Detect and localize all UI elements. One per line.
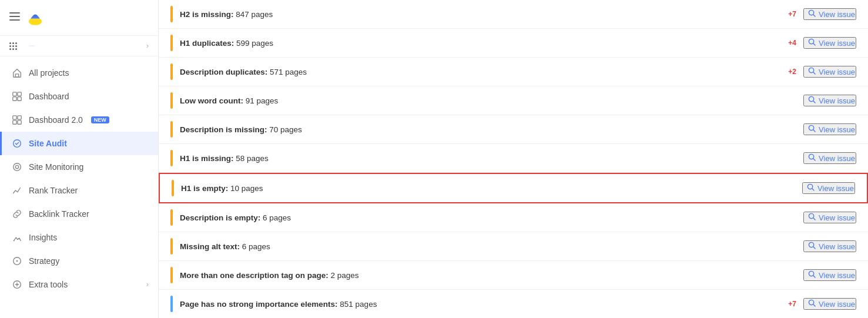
- view-issue-button[interactable]: View issue: [802, 182, 855, 194]
- issue-row: Missing alt text: 6 pages View issue: [159, 232, 868, 261]
- home-icon: [11, 67, 23, 79]
- view-issue-button[interactable]: View issue: [803, 212, 856, 223]
- svg-line-25: [813, 43, 815, 45]
- view-issue-button[interactable]: View issue: [803, 8, 856, 20]
- issue-text: Description duplicates: 571 pages: [180, 68, 772, 76]
- issue-text: Page has no strong importance elements: …: [180, 300, 772, 309]
- sidebar-item-insights[interactable]: Insights: [0, 226, 158, 249]
- sidebar-label-site-monitoring: Site Monitoring: [29, 162, 83, 172]
- new-badge: NEW: [91, 116, 109, 123]
- view-issue-button[interactable]: View issue: [803, 37, 856, 49]
- insights-icon: [11, 232, 23, 243]
- issue-row: More than one description tag on page: 2…: [159, 261, 868, 290]
- issue-text: More than one description tag on page: 2…: [180, 271, 772, 280]
- sidebar-nav: All projects Dashboard Dashboard 2.0 NEW…: [0, 56, 158, 301]
- search-mini-icon: [808, 125, 816, 134]
- issue-row: Description is missing: 70 pages View is…: [159, 115, 868, 144]
- issue-indicator: [170, 150, 173, 166]
- svg-point-15: [15, 165, 18, 168]
- svg-line-33: [813, 159, 815, 160]
- sidebar-label-dashboard: Dashboard: [29, 92, 69, 101]
- issue-text: Missing alt text: 6 pages: [180, 242, 772, 251]
- issue-indicator: [170, 92, 173, 109]
- issue-indicator: [170, 238, 173, 255]
- issue-text: Description is missing: 70 pages: [180, 125, 772, 134]
- issue-text: H1 is empty: 10 pages: [181, 184, 770, 193]
- issue-indicator: [170, 267, 173, 283]
- svg-rect-12: [18, 120, 21, 124]
- svg-line-31: [813, 130, 815, 132]
- view-issue-button[interactable]: View issue: [803, 123, 856, 135]
- project-badge: [29, 45, 35, 46]
- sidebar-item-rank-tracker[interactable]: Rank Tracker: [0, 179, 158, 202]
- sidebar-label-extra-tools: Extra tools: [29, 280, 68, 289]
- issues-list: H2 is missing: 847 pages +7 View issue H…: [159, 0, 868, 318]
- svg-line-41: [813, 276, 815, 277]
- hamburger-icon[interactable]: [9, 12, 20, 23]
- issue-badge: +7: [779, 300, 796, 308]
- issue-text: H1 is missing: 58 pages: [180, 154, 772, 163]
- search-mini-icon: [808, 299, 816, 309]
- svg-rect-11: [13, 120, 16, 124]
- issue-row: H1 duplicates: 599 pages +4 View issue: [159, 29, 868, 58]
- view-issue-label: View issue: [819, 39, 855, 48]
- sidebar-item-extra-tools[interactable]: Extra tools ›: [0, 273, 158, 296]
- issue-indicator: [170, 121, 173, 138]
- grid-dots-icon: [9, 42, 17, 50]
- sidebar-item-dashboard2[interactable]: Dashboard 2.0 NEW: [0, 108, 158, 132]
- svg-rect-5: [13, 92, 16, 96]
- view-issue-button[interactable]: View issue: [803, 66, 856, 78]
- sidebar-item-dashboard[interactable]: Dashboard: [0, 85, 158, 108]
- issue-row: Description duplicates: 571 pages +2 Vie…: [159, 58, 868, 86]
- issue-text: Description is empty: 6 pages: [180, 213, 772, 222]
- sidebar-label-backlink-tracker: Backlink Tracker: [29, 209, 89, 219]
- search-mini-icon: [808, 67, 816, 76]
- svg-line-37: [813, 218, 815, 220]
- logo-area: [26, 8, 49, 27]
- sidebar-label-rank-tracker: Rank Tracker: [29, 186, 78, 195]
- svg-line-35: [812, 189, 814, 190]
- issue-text: H1 duplicates: 599 pages: [180, 39, 772, 48]
- issue-row: H1 is empty: 10 pages View issue: [159, 173, 868, 203]
- view-issue-label: View issue: [819, 125, 855, 134]
- sidebar-item-strategy[interactable]: Strategy: [0, 249, 158, 273]
- sidebar-item-site-audit[interactable]: Site Audit: [0, 132, 158, 155]
- svg-line-43: [813, 304, 815, 306]
- rank-icon: [11, 185, 23, 196]
- project-chevron-icon: ›: [146, 42, 149, 50]
- view-issue-button[interactable]: View issue: [803, 298, 856, 310]
- site-audit-icon: [11, 138, 23, 149]
- view-issue-label: View issue: [819, 242, 855, 251]
- issue-row: Low word count: 91 pages View issue: [159, 86, 868, 115]
- sidebar-item-backlink-tracker[interactable]: Backlink Tracker: [0, 202, 158, 226]
- issue-indicator: [170, 296, 173, 312]
- backlink-icon: [11, 208, 23, 220]
- view-issue-label: View issue: [817, 184, 854, 193]
- view-issue-button[interactable]: View issue: [803, 269, 856, 281]
- sidebar-item-site-monitoring[interactable]: Site Monitoring: [0, 155, 158, 179]
- search-mini-icon: [808, 9, 816, 19]
- issue-text: Low word count: 91 pages: [180, 96, 772, 105]
- sidebar-label-insights: Insights: [29, 233, 57, 242]
- issue-badge: +4: [779, 39, 796, 47]
- svg-rect-8: [18, 97, 21, 101]
- svg-rect-0: [9, 12, 20, 14]
- svg-rect-9: [13, 116, 16, 119]
- main-content: H2 is missing: 847 pages +7 View issue H…: [159, 0, 868, 318]
- issue-indicator: [170, 63, 173, 80]
- sidebar-item-all-projects[interactable]: All projects: [0, 61, 158, 85]
- issue-row: H1 is missing: 58 pages View issue: [159, 144, 868, 173]
- view-issue-button[interactable]: View issue: [803, 152, 856, 164]
- svg-rect-2: [9, 19, 20, 21]
- sidebar-label-all-projects: All projects: [29, 68, 69, 78]
- sidebar-project[interactable]: ›: [0, 36, 158, 56]
- issue-badge: +7: [779, 10, 796, 18]
- view-issue-button[interactable]: View issue: [803, 240, 856, 252]
- svg-rect-7: [13, 97, 16, 101]
- view-issue-button[interactable]: View issue: [803, 95, 856, 106]
- search-mini-icon: [808, 270, 816, 280]
- search-mini-icon: [808, 96, 816, 105]
- issue-indicator: [172, 180, 174, 196]
- sidebar-label-dashboard2: Dashboard 2.0: [29, 115, 83, 125]
- view-issue-label: View issue: [819, 271, 855, 280]
